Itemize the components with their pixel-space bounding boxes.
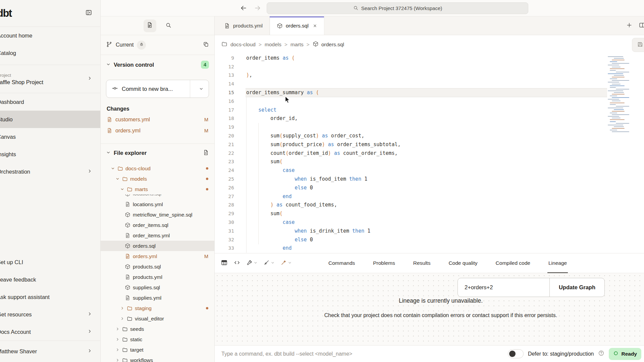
panel-tab-problems[interactable]: Problems <box>373 253 395 273</box>
editor-column: products.ymlorders.sql docs-cloud>models… <box>215 16 644 362</box>
tree-item-workflows[interactable]: workflows <box>101 355 214 362</box>
branch-icon <box>106 41 112 48</box>
close-tab-button[interactable] <box>313 23 317 28</box>
save-file-button[interactable] <box>632 38 644 52</box>
tree-item-marts[interactable]: marts <box>101 184 214 194</box>
cube-icon <box>125 285 130 290</box>
copy-branch-button[interactable] <box>203 41 209 49</box>
sidebar-item-ask-support-assistant[interactable]: Ask support assistant <box>0 288 100 306</box>
commit-button[interactable]: Commit to new bra... <box>106 80 209 98</box>
code-line-31: 31 when is_drink_item then 1 <box>215 227 644 235</box>
lineage-selector-input[interactable]: 2+orders+2 <box>458 278 550 297</box>
line-number: 32 <box>215 237 234 242</box>
breadcrumb-segment[interactable]: docs-cloud <box>230 42 256 48</box>
tree-item-supplies.sql[interactable]: supplies.sql <box>101 282 214 293</box>
command-input[interactable]: Type a command, ex. dbt build --select <… <box>221 351 352 357</box>
sidebar-project-switcher[interactable]: Project Jaffle Shop Project <box>0 65 100 93</box>
cube-icon <box>125 212 130 218</box>
lineage-messages: Lineage is currently unavailable. Check … <box>215 297 644 318</box>
lineage-canvas[interactable]: 2+orders+2 Update Graph Lineage is curre… <box>215 273 644 345</box>
chevron-down-icon <box>106 150 111 155</box>
preview-code-button[interactable] <box>233 259 240 267</box>
line-number: 12 <box>215 64 234 69</box>
sidebar-item-studio[interactable]: Studio <box>0 111 100 128</box>
tree-item-metricflow_time_spine.sql[interactable]: metricflow_time_spine.sql <box>101 209 214 220</box>
chevron-right-icon <box>87 348 92 353</box>
tree-item-seeds[interactable]: seeds <box>101 324 214 334</box>
fix-button[interactable] <box>280 259 292 267</box>
ready-status-badge[interactable]: Ready <box>609 348 641 360</box>
tree-item-orders.yml[interactable]: orders.ymlM <box>101 251 214 261</box>
sidebar-item-catalog[interactable]: Catalog <box>0 44 100 62</box>
save-icon <box>637 41 643 48</box>
commit-options-chevron[interactable] <box>194 86 209 91</box>
file-tree-view-button[interactable] <box>144 19 156 32</box>
sidebar-item-docs-account[interactable]: Docs Account <box>0 323 100 341</box>
sidebar-item-leave-feedback[interactable]: Leave feedback <box>0 271 100 288</box>
defer-help-icon[interactable] <box>598 350 604 358</box>
tree-item-locations.yml[interactable]: locations.yml <box>101 199 214 209</box>
panel-tab-compiled-code[interactable]: Compiled code <box>496 253 530 273</box>
sidebar-item-dashboard[interactable]: Dashboard <box>0 93 100 111</box>
sidebar-nav-main: DashboardStudioCanvasInsightsOrchestrati… <box>0 93 100 180</box>
breadcrumb-segment[interactable]: models <box>265 42 281 48</box>
branch-row[interactable]: Current <box>101 35 214 55</box>
breadcrumb-segment[interactable]: marts <box>290 42 304 48</box>
tree-item-products.sql[interactable]: products.sql <box>101 261 214 272</box>
tree-item-order_items.yml[interactable]: order_items.yml <box>101 230 214 241</box>
search-icon <box>353 5 359 11</box>
changed-file-customers.yml[interactable]: customers.ymlM <box>101 114 214 125</box>
tree-item-products.yml[interactable]: products.yml <box>101 272 214 282</box>
build-button[interactable] <box>246 259 258 267</box>
version-control-header[interactable]: Version control 4 <box>101 55 214 74</box>
bottom-panel-tabs: CommandsProblemsResultsCode qualityCompi… <box>328 253 567 273</box>
format-icon <box>263 259 270 266</box>
tree-item-staging[interactable]: staging <box>101 303 214 313</box>
changed-file-orders.yml[interactable]: orders.ymlM <box>101 125 214 136</box>
tree-item-static[interactable]: static <box>101 334 214 345</box>
tree-item-models[interactable]: models <box>101 174 214 184</box>
tree-item-docs-cloud[interactable]: docs-cloud <box>101 163 214 174</box>
project-search-input[interactable]: Search Project 372475 (Workspace) <box>267 2 528 14</box>
tree-search-button[interactable] <box>165 22 172 30</box>
defer-toggle[interactable] <box>508 349 524 358</box>
line-number: 17 <box>215 107 234 113</box>
panel-tab-lineage[interactable]: Lineage <box>548 253 567 273</box>
panel-tab-commands[interactable]: Commands <box>328 253 355 273</box>
folder-icon <box>127 186 132 192</box>
format-button[interactable] <box>263 259 275 267</box>
tree-item-supplies.yml[interactable]: supplies.yml <box>101 293 214 303</box>
new-tab-button[interactable] <box>626 22 633 30</box>
sidebar-user-menu[interactable]: Matthew Shaver <box>0 341 100 362</box>
line-number: 29 <box>215 211 234 216</box>
new-file-button[interactable] <box>203 149 209 157</box>
chevron-down-icon <box>111 166 115 171</box>
panel-tab-results[interactable]: Results <box>413 253 431 273</box>
code-line-23: 23 sum( <box>215 158 644 166</box>
tree-item-target[interactable]: target <box>101 345 214 355</box>
code-editor[interactable]: 9order_items as (1213),1415order_items_s… <box>215 54 644 253</box>
cube-icon <box>125 264 130 269</box>
split-editor-button[interactable] <box>639 22 644 30</box>
editor-tab-products.yml[interactable]: products.yml <box>217 16 270 35</box>
file-explorer-header[interactable]: File explorer <box>101 143 214 162</box>
version-control-title: Version control <box>114 62 154 68</box>
sidebar-item-set-up-cli[interactable]: Set up CLI <box>0 253 100 271</box>
editor-tab-bar: products.ymlorders.sql <box>215 16 644 35</box>
commit-button-label: Commit to new bra... <box>122 86 173 92</box>
sidebar-item-insights[interactable]: Insights <box>0 145 100 163</box>
tree-item-visual_editor[interactable]: visual_editor <box>101 313 214 324</box>
tree-item-order_items.sql[interactable]: order_items.sql <box>101 220 214 230</box>
sidebar-item-canvas[interactable]: Canvas <box>0 128 100 145</box>
tree-item-locations.sql[interactable]: locations.sql <box>101 194 214 199</box>
panel-tab-code-quality[interactable]: Code quality <box>448 253 477 273</box>
editor-tab-orders.sql[interactable]: orders.sql <box>270 16 324 35</box>
update-graph-button[interactable]: Update Graph <box>550 278 604 297</box>
results-table-button[interactable] <box>221 259 228 267</box>
editor-minimap[interactable] <box>608 56 630 137</box>
sidebar-item-get-resources[interactable]: Get resources <box>0 306 100 323</box>
tree-item-orders.sql[interactable]: orders.sql <box>101 241 214 251</box>
sidebar-item-orchestration[interactable]: Orchestration <box>0 163 100 180</box>
sidebar-item-account-home[interactable]: Account home <box>0 27 100 44</box>
code-line-25: 25 when is_food_item then 1 <box>215 175 644 183</box>
